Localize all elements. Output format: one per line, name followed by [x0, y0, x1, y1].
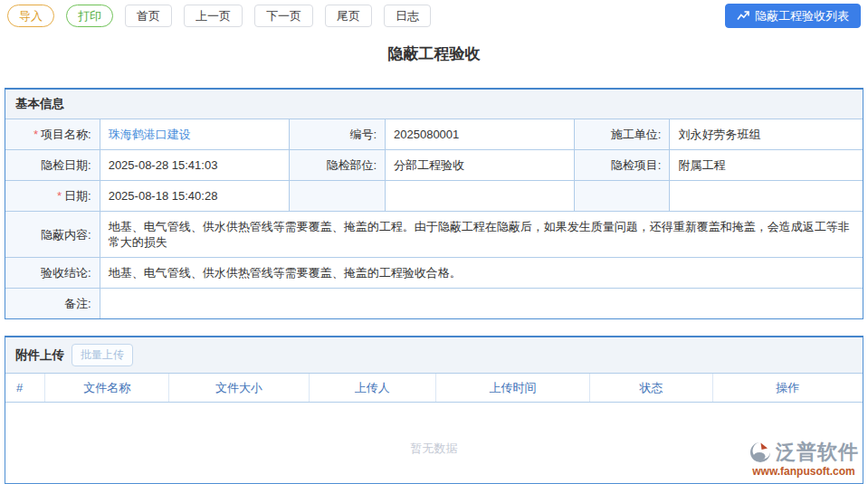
check-date-label-cell: 隐检日期: [5, 150, 100, 181]
log-button[interactable]: 日志 [384, 5, 431, 27]
check-item-label-cell: 隐检项目: [575, 150, 670, 181]
number-value-cell: 2025080001 [386, 119, 575, 150]
brand-row: 泛普软件 [749, 441, 859, 464]
toolbar: 导入 打印 首页 上一页 下一页 尾页 日志 隐蔽工程验收列表 [0, 0, 868, 27]
attachments-table-header: # 文件名称 文件大小 上传人 上传时间 状态 操作 [5, 374, 863, 403]
number-label-cell: 编号: [289, 119, 385, 150]
attachments-title: 附件上传 [15, 347, 64, 364]
import-button[interactable]: 导入 [7, 5, 54, 27]
page-title: 隐蔽工程验收 [0, 43, 868, 63]
empty-value-cell [386, 181, 575, 212]
table-row: 备注: [5, 289, 863, 319]
empty-label-cell [289, 181, 385, 212]
column-header-upload-time: 上传时间 [435, 374, 589, 403]
basic-info-panel: 基本信息 *项目名称: 珠海鹤港口建设 编号: 2025080001 施工单位:… [5, 88, 863, 319]
construction-unit-value-cell: 刘永好劳务班组 [670, 119, 863, 150]
acceptance-list-button[interactable]: 隐蔽工程验收列表 [725, 4, 861, 28]
remark-value-cell [100, 289, 863, 319]
project-name-label-cell: *项目名称: [5, 119, 100, 150]
attachments-panel: 附件上传 批量上传 # 文件名称 文件大小 上传人 上传时间 状态 操作 暂无数… [5, 336, 863, 484]
trend-arrow-icon [737, 11, 749, 21]
brand-name: 泛普软件 [776, 441, 859, 463]
brand-logo-icon [749, 441, 772, 464]
column-header-file-size: 文件大小 [169, 374, 309, 403]
check-part-label-cell: 隐检部位: [289, 150, 385, 181]
table-row: 验收结论: 地基、电气管线、供水供热管线等需要覆盖、掩盖的工程验收合格。 [5, 258, 863, 289]
table-row: 隐检日期: 2025-08-28 15:41:03 隐检部位: 分部工程验收 隐… [5, 150, 863, 181]
conclusion-label-cell: 验收结论: [5, 258, 100, 289]
column-header-file-name: 文件名称 [45, 374, 169, 403]
acceptance-list-button-label: 隐蔽工程验收列表 [755, 10, 849, 22]
check-date-value-cell: 2025-08-28 15:41:03 [100, 150, 289, 181]
column-header-status: 状态 [590, 374, 712, 403]
project-name-link[interactable]: 珠海鹤港口建设 [109, 128, 191, 141]
project-name-label: 项目名称: [41, 128, 91, 141]
print-button[interactable]: 打印 [66, 5, 113, 27]
basic-info-title: 基本信息 [15, 96, 64, 112]
next-page-button[interactable]: 下一页 [254, 5, 313, 27]
empty-state: 暂无数据 [5, 403, 863, 484]
brand-url: www.fanpusoft.com [749, 465, 859, 478]
last-page-button[interactable]: 尾页 [325, 5, 372, 27]
empty-value-cell [670, 181, 863, 212]
table-row: *项目名称: 珠海鹤港口建设 编号: 2025080001 施工单位: 刘永好劳… [5, 119, 863, 150]
conclusion-value-cell: 地基、电气管线、供水供热管线等需要覆盖、掩盖的工程验收合格。 [100, 258, 863, 289]
empty-state-text: 暂无数据 [411, 441, 458, 457]
batch-upload-button[interactable]: 批量上传 [72, 344, 133, 366]
project-name-value-cell: 珠海鹤港口建设 [100, 119, 289, 150]
basic-info-table: *项目名称: 珠海鹤港口建设 编号: 2025080001 施工单位: 刘永好劳… [5, 119, 863, 318]
date-label-cell: *日期: [5, 181, 100, 212]
empty-label-cell [575, 181, 670, 212]
table-row: *日期: 2025-08-18 15:40:28 [5, 181, 863, 212]
date-label: 日期: [64, 189, 91, 203]
construction-unit-label-cell: 施工单位: [575, 119, 670, 150]
basic-info-header: 基本信息 [5, 90, 863, 119]
attachments-header-row: # 文件名称 文件大小 上传人 上传时间 状态 操作 [5, 374, 863, 403]
brand-watermark: 泛普软件 www.fanpusoft.com [749, 441, 859, 478]
attachments-header: 附件上传 批量上传 [5, 337, 863, 374]
required-mark: * [57, 189, 62, 203]
column-header-actions: 操作 [712, 374, 863, 403]
column-header-index: # [5, 374, 45, 403]
first-page-button[interactable]: 首页 [125, 5, 172, 27]
table-row: 隐蔽内容: 地基、电气管线、供水供热管线等需要覆盖、掩盖的工程。由于隐蔽工程在隐… [5, 212, 863, 258]
prev-page-button[interactable]: 上一页 [184, 5, 243, 27]
check-part-value-cell: 分部工程验收 [386, 150, 575, 181]
hidden-content-label-cell: 隐蔽内容: [5, 212, 100, 258]
check-item-value-cell: 附属工程 [670, 150, 863, 181]
date-value-cell: 2025-08-18 15:40:28 [100, 181, 289, 212]
column-header-uploader: 上传人 [309, 374, 435, 403]
hidden-content-value-cell: 地基、电气管线、供水供热管线等需要覆盖、掩盖的工程。由于隐蔽工程在隐蔽后，如果发… [100, 212, 863, 258]
required-mark: * [33, 128, 38, 141]
remark-label-cell: 备注: [5, 289, 100, 319]
